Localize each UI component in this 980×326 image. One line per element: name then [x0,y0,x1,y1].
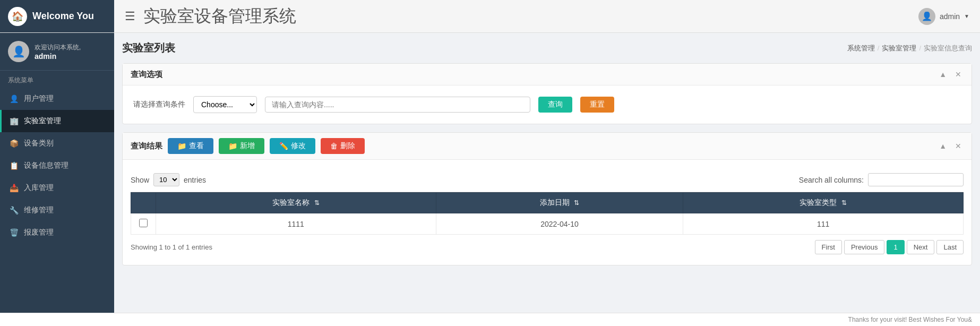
first-page-button[interactable]: First [815,240,842,254]
next-page-button[interactable]: Next [907,240,935,254]
sidebar-item-scrap[interactable]: 🗑️ 报废管理 [0,221,114,244]
previous-page-button[interactable]: Previous [844,240,885,254]
sidebar-menu-label: 系统菜单 [0,71,114,88]
table-checkbox-header [131,193,156,213]
sidebar-item-label: 维修管理 [24,205,54,215]
query-condition-label: 请选择查询条件 [133,100,185,109]
pagination-area: Showing 1 to 1 of 1 entries First Previo… [131,235,964,257]
breadcrumb-system-mgmt[interactable]: 系统管理 [847,44,875,53]
edit-icon: ✏️ [279,142,288,150]
chevron-down-icon: ▼ [964,13,969,19]
view-button[interactable]: 📁 查看 [168,138,213,154]
sort-icon: ⇅ [841,199,847,207]
edit-button[interactable]: ✏️ 修改 [270,138,315,154]
sidebar: 👤 欢迎访问本系统, admin 系统菜单 👤 用户管理 🏢 实验室管理 📦 设… [0,33,114,313]
sidebar-item-label: 设备类别 [24,139,54,148]
query-panel-body: 请选择查询条件 Choose... 查询 重置 [123,85,972,124]
wrench-icon: 🔧 [10,206,19,215]
list-icon: 📋 [10,161,19,170]
sidebar-username: admin [35,52,81,61]
panel-collapse-button[interactable]: ▲ [937,69,949,80]
user-menu[interactable]: 👤 admin ▼ [918,8,969,25]
panel-controls: ▲ ✕ [937,69,964,80]
sidebar-item-device-type[interactable]: 📦 设备类别 [0,132,114,155]
current-page-button[interactable]: 1 [887,240,904,254]
delete-button[interactable]: 🗑 删除 [321,138,365,154]
panel-close-button[interactable]: ✕ [953,69,964,80]
row-lab-type: 111 [683,213,964,235]
inbox-icon: 📥 [10,184,19,192]
results-panel-title: 查询结果 [131,141,162,151]
pagination-buttons: First Previous 1 Next Last [815,240,964,254]
sort-icon: ⇅ [574,199,579,207]
delete-icon: 🗑 [330,142,338,150]
results-panel-collapse-button[interactable]: ▲ [937,141,949,151]
results-panel-body: Show 10 25 50 entries Search all columns… [123,160,972,265]
sidebar-item-label: 入库管理 [24,183,54,193]
main-content: 实验室列表 系统管理 / 实验室管理 / 实验室信息查询 查询选项 ▲ ✕ 请选… [114,33,980,313]
breadcrumb-sep-2: / [919,44,921,52]
sidebar-item-maintenance[interactable]: 🔧 维修管理 [0,199,114,221]
row-checkbox[interactable] [139,219,148,227]
results-panel: 查询结果 📁 查看 📁 新增 ✏️ 修改 🗑 删 [122,132,972,265]
footer: Thanks for your visit! Best Wishes For Y… [0,313,980,326]
search-all-input[interactable] [868,173,964,186]
system-title: 实验室设备管理系统 [143,5,296,28]
breadcrumb-nav: 系统管理 / 实验室管理 / 实验室信息查询 [847,44,972,53]
sidebar-avatar: 👤 [8,41,29,62]
table-col-lab-type[interactable]: 实验室类型 ⇅ [683,193,964,213]
show-entries-control: Show 10 25 50 entries [131,173,206,186]
results-panel-close-button[interactable]: ✕ [953,141,964,151]
table-col-lab-name[interactable]: 实验室名称 ⇅ [156,193,436,213]
sidebar-item-label: 用户管理 [24,94,54,104]
row-add-date: 2022-04-10 [436,213,683,235]
sidebar-item-user-mgmt[interactable]: 👤 用户管理 [0,88,114,110]
table-controls: Show 10 25 50 entries Search all columns… [131,168,964,192]
breadcrumb-lab-mgmt[interactable]: 实验室管理 [882,44,916,53]
sidebar-welcome-text: 欢迎访问本系统, [35,43,81,52]
query-condition-select[interactable]: Choose... [193,96,257,113]
page-title: 实验室列表 [122,41,175,55]
sidebar-user-details: 欢迎访问本系统, admin [35,43,81,61]
sidebar-item-inbound[interactable]: 📥 入库管理 [0,177,114,199]
query-input[interactable] [265,97,530,113]
logo-icon: 🏠 [8,7,27,26]
header-brand-area: 🏠 Welcome You [0,0,114,32]
breadcrumb: 实验室列表 系统管理 / 实验室管理 / 实验室信息查询 [122,41,972,55]
brand-title: Welcome You [32,11,94,22]
plus-icon: 📁 [228,142,237,150]
query-button[interactable]: 查询 [538,97,572,113]
sidebar-item-lab-mgmt[interactable]: 🏢 实验室管理 [0,110,114,132]
header-main-area: ☰ 实验室设备管理系统 👤 admin ▼ [114,5,980,28]
row-lab-name: 1111 [156,213,436,235]
pagination-info: Showing 1 to 1 of 1 entries [131,243,212,251]
results-panel-header: 查询结果 📁 查看 📁 新增 ✏️ 修改 🗑 删 [123,133,972,160]
table-col-add-date[interactable]: 添加日期 ⇅ [436,193,683,213]
sidebar-item-device-info[interactable]: 📋 设备信息管理 [0,155,114,177]
user-icon: 👤 [10,95,19,103]
add-button[interactable]: 📁 新增 [219,138,264,154]
query-panel-title: 查询选项 [131,70,162,80]
trash-icon: 🗑️ [10,228,19,237]
entries-select[interactable]: 10 25 50 [153,173,179,186]
breadcrumb-sep-1: / [878,44,880,52]
reset-button[interactable]: 重置 [580,97,614,113]
breadcrumb-current: 实验室信息查询 [924,44,972,53]
header-avatar: 👤 [918,8,935,25]
hamburger-button[interactable]: ☰ [125,10,135,23]
table-row: 1111 2022-04-10 111 [131,213,964,235]
sort-icon: ⇅ [314,199,320,207]
sidebar-user-info: 👤 欢迎访问本系统, admin [0,33,114,71]
search-all-control: Search all columns: [799,173,964,186]
show-label: Show [131,176,149,184]
app-header: 🏠 Welcome You ☰ 实验室设备管理系统 👤 admin ▼ [0,0,980,33]
last-page-button[interactable]: Last [936,240,964,254]
table-header-row: 实验室名称 ⇅ 添加日期 ⇅ 实验室类型 ⇅ [131,193,964,213]
sidebar-item-label: 报废管理 [24,228,54,237]
header-username: admin [940,12,960,21]
query-panel-header: 查询选项 ▲ ✕ [123,64,972,85]
row-checkbox-cell [131,213,156,235]
results-header-row: 查询结果 📁 查看 📁 新增 ✏️ 修改 🗑 删 [131,138,365,154]
search-all-label: Search all columns: [799,176,864,184]
data-table: 实验室名称 ⇅ 添加日期 ⇅ 实验室类型 ⇅ [131,192,964,235]
